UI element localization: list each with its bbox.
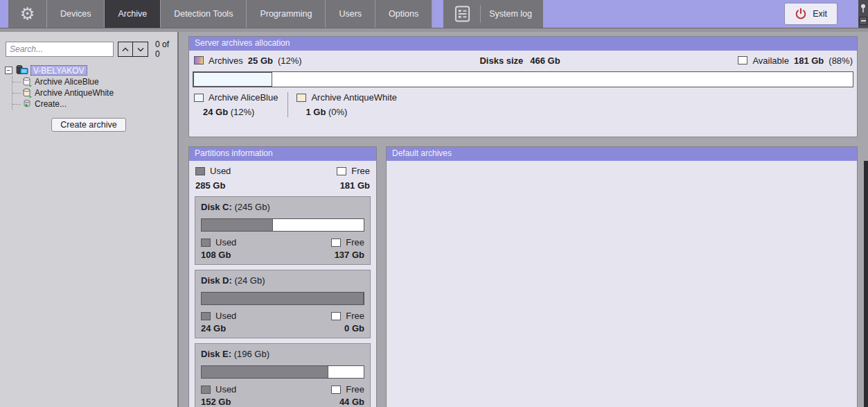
used-label: Used <box>210 166 231 176</box>
system-log-icon <box>454 5 481 23</box>
tab-users[interactable]: Users <box>326 0 375 28</box>
disk-name: Disk C: <box>201 202 232 212</box>
aliceblue-swatch-icon <box>194 94 204 102</box>
server-icon <box>15 65 28 76</box>
tab-programming[interactable]: Programming <box>247 0 326 28</box>
free-label: Free <box>351 166 370 176</box>
tab-detection-tools[interactable]: Detection Tools <box>161 0 247 28</box>
disk-card-d: Disk D: (24 Gb) Used Free 24 Gb 0 Gb <box>195 270 371 338</box>
archive-percent: (12%) <box>231 107 255 117</box>
minimize-button[interactable] <box>859 17 867 25</box>
archive-percent: (0%) <box>328 107 347 117</box>
used-label: Used <box>215 237 236 248</box>
gear-icon: ⚙ <box>20 6 35 22</box>
tab-devices[interactable]: Devices <box>47 0 105 28</box>
archives-legend: Archives 25 Gb (12%) <box>194 55 302 66</box>
tree-node-archive-aliceblue[interactable]: Archive AliceBlue <box>12 76 177 87</box>
archive-cylinder-antiquewhite-icon <box>22 88 33 98</box>
partitions-information-panel: Partitions information Used Free 285 Gb … <box>188 146 377 407</box>
search-result-count: 0 of 0 <box>155 40 172 59</box>
total-used-value: 285 Gb <box>195 180 225 191</box>
tree-connector <box>12 104 21 105</box>
archive-size: 24 Gb <box>203 107 228 117</box>
disk-size: (245 Gb) <box>234 202 269 212</box>
collapse-toggle[interactable]: − <box>5 67 12 74</box>
main-tabs: ⚙ Devices Archive Detection Tools Progra… <box>8 0 432 28</box>
archives-allocation-bar[interactable] <box>193 71 853 87</box>
chevron-down-icon <box>137 47 144 52</box>
tree-connector <box>12 82 21 83</box>
pin-icon <box>860 3 867 13</box>
power-icon <box>795 8 807 20</box>
exit-button[interactable]: Exit <box>784 3 838 25</box>
tree-node-server[interactable]: − V-BELYAKOV <box>0 64 177 76</box>
archive-size: 1 Gb <box>305 107 326 117</box>
tree-node-server-label[interactable]: V-BELYAKOV <box>30 65 87 76</box>
antiquewhite-swatch-icon <box>296 94 306 102</box>
panel-title: Partitions information <box>189 147 376 161</box>
free-swatch-icon <box>331 386 341 394</box>
settings-gear-button[interactable]: ⚙ <box>8 0 47 28</box>
exit-label: Exit <box>813 9 827 19</box>
search-next-button[interactable] <box>133 42 148 57</box>
right-edge-strip <box>864 161 868 407</box>
chevron-up-icon <box>122 47 129 52</box>
system-log-label: System log <box>489 9 532 19</box>
free-label: Free <box>346 311 364 321</box>
available-legend: Available 181 Gb (88%) <box>738 55 853 66</box>
disk-name: Disk D: <box>201 275 232 286</box>
search-prev-button[interactable] <box>118 42 133 57</box>
default-archives-panel: Default archives <box>386 146 858 407</box>
tree-node-label[interactable]: Archive AliceBlue <box>35 77 99 87</box>
system-log-button[interactable]: System log <box>443 0 543 28</box>
disk-usage-bar <box>201 365 364 379</box>
used-swatch-icon <box>201 239 211 247</box>
server-tree: − V-BELYAKOV Archive AliceBlue <box>0 64 177 110</box>
disk-used-fill <box>202 366 328 378</box>
tree-node-label[interactable]: Create... <box>35 99 67 109</box>
free-swatch-icon <box>331 239 341 247</box>
archive-name: Archive AntiqueWhite <box>311 92 397 103</box>
tree-node-archive-antiquewhite[interactable]: Archive AntiqueWhite <box>12 87 177 98</box>
available-value: 181 Gb <box>794 55 824 66</box>
disk-size: (24 Gb) <box>234 275 265 286</box>
free-swatch-icon <box>337 167 346 175</box>
used-swatch-icon <box>201 312 211 320</box>
free-swatch-icon <box>331 312 341 320</box>
archives-label: Archives <box>209 55 243 66</box>
used-label: Used <box>215 311 236 321</box>
tree-connector <box>12 93 21 94</box>
panel-title: Default archives <box>387 147 857 161</box>
top-navigation-bar: ⚙ Devices Archive Detection Tools Progra… <box>0 0 868 28</box>
disk-free-value: 137 Gb <box>335 250 364 260</box>
disk-size: (196 Gb) <box>234 349 269 359</box>
disk-name: Disk E: <box>201 349 231 359</box>
disk-free-value: 44 Gb <box>339 397 364 407</box>
server-archives-allocation-panel: Server archives allocation Archives 25 G… <box>188 36 858 137</box>
tab-archive[interactable]: Archive <box>105 0 161 28</box>
archive-legend-antiquewhite: Archive AntiqueWhite 1 Gb (0%) <box>287 92 407 117</box>
disk-free-value: 0 Gb <box>344 323 364 334</box>
minus-icon <box>861 20 866 21</box>
archives-swatch-icon <box>194 56 204 64</box>
search-input[interactable] <box>6 42 114 57</box>
archive-name: Archive AliceBlue <box>209 92 278 103</box>
free-label: Free <box>346 384 364 395</box>
archives-value: 25 Gb <box>248 55 273 66</box>
pin-button[interactable] <box>860 0 867 17</box>
tree-node-label[interactable]: Archive AntiqueWhite <box>35 88 114 98</box>
allocation-bar-fill[interactable] <box>193 72 272 87</box>
tree-node-create[interactable]: Create... <box>12 98 177 110</box>
tree-search-row: 0 of 0 <box>0 32 177 63</box>
disks-size: Disks size466 Gb <box>302 55 738 66</box>
free-label: Free <box>346 237 364 248</box>
panel-handle <box>858 0 868 28</box>
create-archive-button[interactable]: Create archive <box>51 118 125 132</box>
archive-tree-sidebar: 0 of 0 − V-BELYAKOV Archive AliceBlue <box>0 32 179 407</box>
tab-options[interactable]: Options <box>375 0 432 28</box>
available-swatch-icon <box>738 56 747 64</box>
archive-legend-aliceblue: Archive AliceBlue 24 Gb (12%) <box>194 92 287 117</box>
available-label: Available <box>752 55 789 66</box>
disk-usage-bar <box>201 292 364 305</box>
disk-card-c: Disk C: (245 Gb) Used Free 108 Gb 137 Gb <box>195 196 371 265</box>
